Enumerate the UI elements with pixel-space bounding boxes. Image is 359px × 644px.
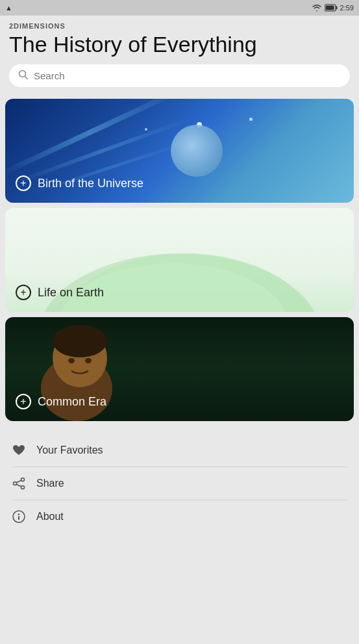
cards-container: + Birth of the Universe + Life on Earth	[0, 99, 359, 421]
time-display: 2:59	[340, 4, 354, 12]
expand-icon-universe: +	[16, 175, 31, 191]
heart-icon	[12, 443, 26, 457]
card-earth[interactable]: + Life on Earth	[5, 208, 354, 312]
expand-icon-era: +	[16, 394, 31, 409]
svg-rect-1	[336, 6, 337, 10]
svg-line-17	[16, 485, 21, 487]
search-icon	[18, 70, 29, 82]
search-input[interactable]	[34, 70, 341, 81]
card-label-era: + Common Era	[16, 394, 106, 409]
about-label: About	[36, 511, 64, 522]
expand-icon-earth: +	[16, 285, 31, 300]
svg-point-12	[85, 358, 92, 363]
menu-item-favorites[interactable]: Your Favorites	[9, 434, 350, 467]
share-icon	[12, 476, 26, 491]
status-bar: ▲ 2:59	[0, 0, 359, 16]
svg-rect-2	[325, 6, 334, 10]
favorites-label: Your Favorites	[36, 444, 103, 456]
search-bar[interactable]	[9, 64, 350, 87]
streak-1	[5, 99, 179, 176]
card-universe[interactable]: + Birth of the Universe	[5, 99, 354, 203]
card-label-universe: + Birth of the Universe	[16, 175, 143, 191]
svg-point-14	[21, 486, 25, 489]
svg-point-15	[14, 482, 17, 485]
menu-item-share[interactable]: Share	[9, 467, 350, 500]
svg-point-10	[53, 325, 107, 357]
svg-rect-20	[18, 516, 19, 520]
brand-name: 2DIMENSIONS	[9, 22, 350, 30]
card-era[interactable]: + Common Era	[5, 317, 354, 421]
menu-section: Your Favorites Share About	[0, 434, 359, 533]
svg-line-16	[16, 481, 21, 483]
planet	[171, 125, 223, 177]
app-icon: ▲	[5, 4, 12, 12]
card-title-earth: Life on Earth	[38, 286, 104, 300]
card-title-era: Common Era	[38, 395, 106, 409]
card-label-earth: + Life on Earth	[16, 285, 104, 300]
wifi-icon	[312, 4, 322, 12]
svg-point-13	[21, 478, 25, 482]
menu-item-about[interactable]: About	[9, 500, 350, 533]
share-label: Share	[36, 478, 64, 489]
header: 2DIMENSIONS The History of Everything	[0, 16, 359, 99]
star-dot-3	[145, 128, 147, 131]
star-dot-2	[249, 118, 253, 121]
svg-point-11	[68, 358, 75, 363]
card-title-universe: Birth of the Universe	[38, 177, 143, 190]
battery-icon	[325, 4, 338, 12]
svg-point-19	[18, 514, 19, 515]
page-title: The History of Everything	[9, 32, 350, 57]
svg-line-4	[25, 77, 28, 79]
info-icon	[12, 509, 26, 524]
